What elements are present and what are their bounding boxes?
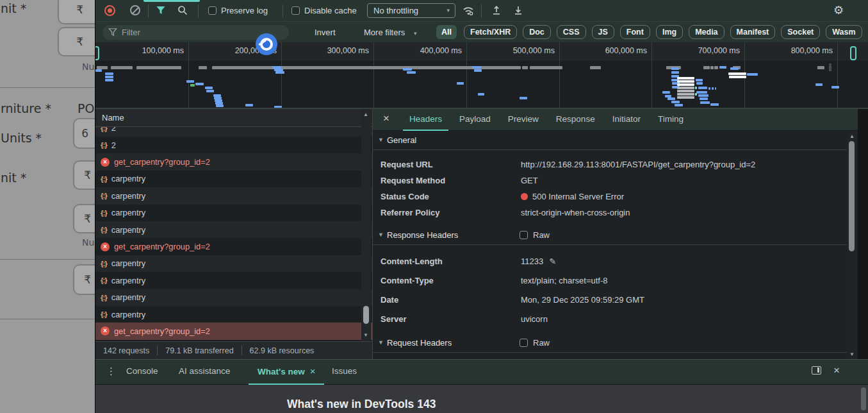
overview-track-segment — [714, 66, 718, 69]
request-name: carpentry — [111, 258, 145, 268]
tab-initiator[interactable]: Initiator — [606, 109, 647, 131]
section-header[interactable]: ▼General — [373, 131, 856, 150]
units-input[interactable]: 6 — [73, 118, 95, 149]
timeline-left-handle[interactable] — [95, 46, 99, 60]
header-key: Request Method — [373, 176, 521, 185]
amount-input-3[interactable]: ₹ — [73, 160, 95, 190]
drawer-tab-issues[interactable]: Issues — [332, 360, 357, 383]
raw-checkbox[interactable] — [520, 339, 528, 347]
scroll-down-icon[interactable]: ▼ — [849, 351, 855, 357]
close-details-icon[interactable]: × — [383, 112, 389, 125]
filter-chip-fetchxhr[interactable]: Fetch/XHR — [464, 25, 517, 39]
amount-input-1[interactable]: ₹ — [58, 0, 95, 24]
request-row[interactable]: {:}2 — [95, 137, 372, 153]
scroll-up-icon[interactable]: ▲ — [363, 112, 368, 117]
request-list-scrollbar[interactable]: ▲ ▼ — [361, 109, 371, 341]
summary-item: 79.1 kB transferred — [165, 346, 233, 355]
close-drawer-icon[interactable]: × — [833, 364, 840, 377]
request-row[interactable]: {:}carpentry — [95, 289, 372, 306]
timeline-tick-label: 700,000 ms — [671, 46, 740, 55]
record-button[interactable] — [104, 5, 115, 16]
scroll-down-icon[interactable]: ▼ — [363, 332, 368, 338]
filter-chip-js[interactable]: JS — [592, 25, 614, 39]
fetch-icon: {:} — [101, 141, 107, 149]
form-label-unit-top: nit * — [1, 1, 26, 15]
request-name: carpentry — [111, 174, 145, 183]
amount-input-2[interactable]: ₹ — [58, 27, 95, 56]
request-row[interactable]: {:}carpentry — [95, 272, 372, 289]
request-row[interactable]: ×get_carpentry?group_id=2 — [95, 323, 372, 339]
request-name: carpentry — [111, 276, 145, 285]
overview-request-bar — [186, 80, 194, 83]
scroll-up-icon[interactable]: ▲ — [849, 133, 855, 139]
amount-input-5[interactable]: ₹ — [73, 264, 95, 295]
request-row[interactable]: ×get_carpentry?group_id=2 — [95, 238, 372, 255]
filter-chip-all[interactable]: All — [436, 25, 457, 39]
tab-timing[interactable]: Timing — [651, 109, 690, 131]
filter-chip-img[interactable]: Img — [656, 25, 683, 39]
amount-input-4[interactable]: ₹ — [73, 204, 95, 233]
header-row: Request URLhttp://192.168.29.113:8001/FA… — [373, 156, 856, 173]
settings-gear-icon[interactable]: ⚙ — [833, 3, 844, 17]
import-har-icon[interactable] — [491, 5, 502, 15]
header-key: Referrer Policy — [373, 208, 521, 217]
dock-panel-icon[interactable] — [812, 366, 821, 375]
filter-chip-socket[interactable]: Socket — [781, 25, 820, 39]
clear-button[interactable] — [130, 5, 140, 15]
fetch-icon: {:} — [101, 294, 107, 301]
drawer-tab-bar: ⋮ ConsoleAI assistanceWhat's new×Issues … — [95, 360, 868, 385]
drawer-menu-icon[interactable]: ⋮ — [106, 366, 116, 377]
scrollbar-thumb[interactable] — [849, 141, 855, 251]
request-row[interactable]: ×get_carpentry?group_id=2 — [95, 153, 372, 170]
section-header[interactable]: ▼Response HeadersRaw — [373, 226, 856, 245]
overview-request-bar — [245, 104, 253, 106]
tab-headers[interactable]: Headers — [403, 109, 448, 131]
tab-response[interactable]: Response — [550, 109, 602, 131]
overview-request-bar — [815, 83, 823, 86]
overview-track-segment — [97, 66, 108, 69]
network-overview-timeline[interactable]: 100,000 ms200,000 ms300,000 ms400,000 ms… — [95, 42, 868, 109]
request-row[interactable]: {:}carpentry — [95, 187, 372, 204]
filter-chip-manifest[interactable]: Manifest — [730, 25, 776, 39]
drawer-tab-whatsnew[interactable]: What's new× — [249, 360, 324, 385]
drawer-scrollbar-thumb[interactable] — [861, 387, 866, 410]
preserve-log-checkbox[interactable] — [208, 6, 217, 15]
request-details-panel: × HeadersPayloadPreviewResponseInitiator… — [372, 109, 868, 359]
overview-track-segment — [522, 66, 528, 69]
throttling-select[interactable]: No throttling ▾ — [367, 3, 455, 18]
details-scrollbar[interactable]: ▲ ▼ — [847, 131, 857, 359]
more-filters-button[interactable]: More filters ▾ — [364, 28, 416, 37]
request-row[interactable]: {:}2 — [95, 127, 372, 137]
drawer-tab-console[interactable]: Console — [126, 360, 158, 383]
request-row[interactable]: {:}carpentry — [95, 306, 372, 323]
edit-pencil-icon[interactable]: ✎ — [549, 257, 556, 266]
filter-chip-css[interactable]: CSS — [557, 25, 586, 39]
filter-chip-doc[interactable]: Doc — [523, 25, 551, 39]
export-har-icon[interactable] — [513, 5, 523, 15]
filter-chip-media[interactable]: Media — [689, 25, 724, 39]
name-column-header[interactable]: Name — [95, 109, 372, 127]
timeline-right-handle[interactable] — [850, 46, 856, 60]
tab-payload[interactable]: Payload — [453, 109, 497, 131]
filter-chip-font[interactable]: Font — [620, 25, 650, 39]
raw-checkbox[interactable] — [520, 231, 528, 239]
search-icon[interactable] — [177, 5, 188, 15]
status-error-dot — [521, 193, 528, 200]
filter-chip-wasm[interactable]: Wasm — [826, 25, 862, 39]
timeline-tick-label: 400,000 ms — [393, 46, 462, 55]
close-tab-icon[interactable]: × — [310, 366, 316, 376]
drawer-tab-aiassistance[interactable]: AI assistance — [179, 360, 230, 383]
overview-request-bar — [195, 83, 204, 85]
network-conditions-icon[interactable] — [462, 4, 475, 16]
tab-preview[interactable]: Preview — [502, 109, 545, 131]
request-row[interactable]: {:}carpentry — [95, 205, 372, 221]
request-row[interactable]: {:}carpentry — [95, 171, 372, 187]
disable-cache-checkbox[interactable] — [291, 6, 300, 15]
section-header[interactable]: ▼Request HeadersRaw — [373, 333, 856, 353]
request-row[interactable]: {:}carpentry — [95, 255, 372, 272]
filter-toggle-icon[interactable] — [156, 5, 166, 15]
request-row[interactable]: {:}carpentry — [95, 221, 372, 238]
scrollbar-thumb[interactable] — [363, 306, 369, 324]
rupee-symbol: ₹ — [76, 3, 83, 16]
overview-request-bar — [677, 96, 694, 99]
